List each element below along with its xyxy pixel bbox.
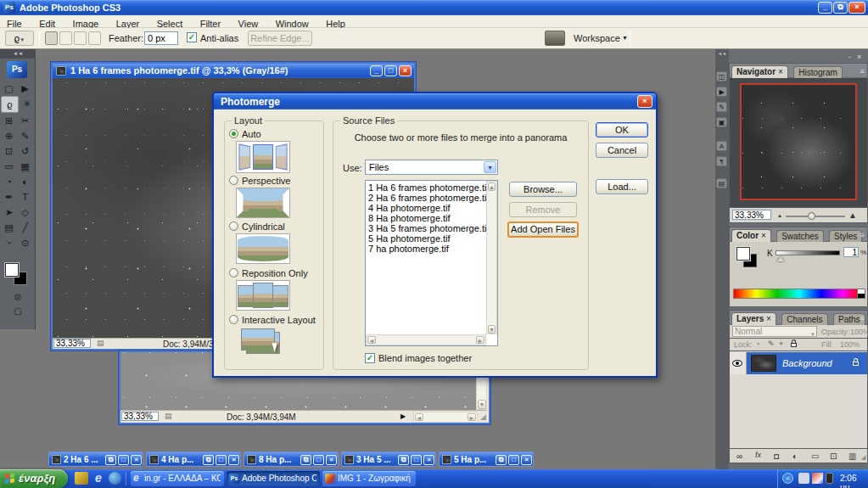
- workspace-dropdown-icon[interactable]: ▼: [622, 35, 628, 41]
- layer-row-background[interactable]: Background: [730, 352, 867, 374]
- mini-close-button[interactable]: ×: [423, 455, 434, 465]
- restore-button[interactable]: ⧉: [833, 2, 848, 14]
- layout-perspective-radio[interactable]: [229, 176, 238, 185]
- ok-button[interactable]: OK: [596, 122, 648, 137]
- blend-images-checkbox[interactable]: ✓: [365, 353, 375, 363]
- minimize-button[interactable]: _: [818, 2, 832, 14]
- info-panel-icon[interactable]: ▤: [716, 178, 727, 188]
- close-button[interactable]: ×: [848, 2, 865, 14]
- layout-reposition-radio[interactable]: [229, 268, 238, 278]
- gradient-tool[interactable]: ▦: [17, 159, 33, 174]
- layout-auto-label[interactable]: Auto: [242, 129, 261, 139]
- layout-cylindrical-label[interactable]: Cylindrical: [242, 222, 285, 232]
- tab-color[interactable]: Color ×: [731, 229, 771, 243]
- dialog-titlebar[interactable]: Photomerge ×: [214, 93, 656, 109]
- tab-styles[interactable]: Styles: [829, 230, 862, 243]
- eyedropper-tool[interactable]: ╱: [17, 220, 33, 235]
- navigator-zoom-input[interactable]: [732, 210, 771, 220]
- layout-interactive-label[interactable]: Interactive Layout: [242, 315, 316, 325]
- character-panel-icon[interactable]: A: [716, 141, 727, 151]
- hand-tool[interactable]: ☞: [1, 235, 17, 250]
- k-value-input[interactable]: [843, 247, 859, 257]
- tray-clock[interactable]: 2:06 μμ: [840, 474, 868, 488]
- minimized-window-2[interactable]: 4 Ha p... ⧉ □ ×: [146, 452, 241, 467]
- files-scroll-left-icon[interactable]: ◄: [367, 336, 376, 344]
- doc1-close-button[interactable]: ×: [399, 65, 412, 76]
- file-item[interactable]: 4 Ha photomerge.tif: [366, 203, 497, 213]
- eye-icon[interactable]: [732, 360, 742, 367]
- file-item[interactable]: 8 Ha photomerge.tif: [366, 213, 497, 223]
- mini-close-button[interactable]: ×: [228, 455, 239, 465]
- file-item[interactable]: 7 ha photomerge.tif: [366, 244, 497, 254]
- eraser-tool[interactable]: ▭: [1, 159, 17, 174]
- layer-group-icon[interactable]: ▭: [811, 452, 819, 461]
- mini-restore-button[interactable]: ⧉: [300, 455, 311, 465]
- doc2-resize-grip[interactable]: ◢: [480, 412, 486, 421]
- doc2-doc-info[interactable]: Doc: 3,94M/3,94M: [227, 412, 296, 422]
- lock-transparency-icon[interactable]: ▫: [757, 339, 759, 348]
- layer-comps-panel-icon[interactable]: ▣: [716, 117, 727, 127]
- bridge-icon[interactable]: [545, 31, 565, 46]
- dodge-tool[interactable]: ◐: [17, 174, 33, 189]
- minimized-window-4[interactable]: 3 Ha 5 ... ⧉ □ ×: [341, 452, 436, 467]
- healing-brush-tool[interactable]: ⊕: [1, 128, 17, 143]
- dialog-close-button[interactable]: ×: [637, 95, 652, 108]
- new-layer-icon[interactable]: ⊡: [830, 452, 837, 461]
- antialias-checkbox[interactable]: ✓: [187, 32, 197, 42]
- actions-panel-icon[interactable]: ▶: [716, 87, 727, 97]
- tool-preset-picker[interactable]: ϱ▼: [5, 31, 34, 46]
- path-selection-tool[interactable]: ➤: [1, 205, 17, 220]
- lock-position-icon[interactable]: +: [779, 339, 783, 348]
- tray-chevron-icon[interactable]: <: [782, 473, 793, 484]
- rectangular-marquee-tool[interactable]: ▢: [1, 81, 17, 96]
- add-open-files-button[interactable]: Add Open Files: [507, 222, 579, 238]
- brush-tool[interactable]: ✎: [17, 128, 33, 143]
- clone-stamp-tool[interactable]: ⊡: [1, 143, 17, 159]
- zoom-tool[interactable]: ⊙: [17, 235, 33, 250]
- quick-mask-button[interactable]: ◎: [10, 290, 25, 303]
- mini-restore-button[interactable]: ⧉: [398, 455, 409, 465]
- doc1-titlebar[interactable]: 1 Ha 6 frames photomerge.tif @ 33,3% (Gr…: [53, 64, 414, 78]
- fill-value[interactable]: 100%: [840, 340, 860, 349]
- load-button[interactable]: Load...: [596, 179, 648, 194]
- file-item[interactable]: 5 Ha photomerge.tif: [366, 233, 497, 244]
- mini-restore-button[interactable]: ⧉: [105, 455, 116, 465]
- shape-tool[interactable]: ◇: [17, 205, 33, 220]
- selection-mode-new-button[interactable]: [45, 31, 58, 45]
- minimized-window-3[interactable]: 8 Ha p... ⧉ □ ×: [244, 452, 339, 467]
- link-layers-icon[interactable]: ∞: [736, 452, 742, 461]
- tray-icon-1[interactable]: [798, 473, 809, 484]
- k-slider-track[interactable]: [776, 250, 840, 255]
- files-scroll-up-icon[interactable]: ▲: [488, 182, 496, 191]
- mini-close-button[interactable]: ×: [521, 455, 532, 465]
- use-combobox[interactable]: Files ▼: [365, 160, 498, 175]
- blend-mode-dropdown[interactable]: Normal▼: [732, 326, 817, 337]
- tab-channels[interactable]: Channels: [781, 313, 827, 326]
- delete-layer-icon[interactable]: ▥: [848, 452, 856, 461]
- tray-icon-2[interactable]: [812, 473, 823, 484]
- selection-mode-subtract-button[interactable]: [74, 31, 87, 45]
- magic-wand-tool[interactable]: ✳: [19, 96, 35, 111]
- type-tool[interactable]: T: [17, 189, 33, 205]
- source-files-listbox[interactable]: 1 Ha 6 frames photomerge.tif 2 Ha 6 fram…: [365, 180, 498, 346]
- color-ramp[interactable]: [733, 289, 865, 299]
- layout-interactive-radio[interactable]: [229, 315, 238, 324]
- tab-histogram[interactable]: Histogram: [793, 66, 843, 79]
- minimized-window-5[interactable]: 5 Ha p... ⧉ □ ×: [439, 452, 534, 467]
- layer-mask-icon[interactable]: ◘: [774, 452, 779, 461]
- panel-resize-grip[interactable]: ◢: [861, 454, 865, 461]
- opacity-value[interactable]: 100%: [850, 328, 868, 336]
- layout-reposition-label[interactable]: Reposition Only: [242, 268, 308, 278]
- doc1-zoom-input[interactable]: [53, 339, 91, 348]
- color-panel-menu-icon[interactable]: ≡: [860, 232, 865, 239]
- quick-launch-icon-1[interactable]: [75, 472, 88, 485]
- navigator-panel-menu-icon[interactable]: ≡: [860, 68, 865, 76]
- history-panel-icon[interactable]: ◫: [716, 71, 727, 81]
- start-button[interactable]: έναρξη: [0, 469, 68, 488]
- blur-tool[interactable]: ◔: [1, 174, 17, 189]
- files-scroll-down-icon[interactable]: ▼: [488, 325, 496, 334]
- doc2-scroll-right-icon[interactable]: ►: [468, 413, 476, 421]
- color-foreground-swatch[interactable]: [736, 247, 750, 261]
- navigator-zoom-slider-track[interactable]: [786, 216, 845, 217]
- mini-restore-button[interactable]: ⧉: [496, 455, 507, 465]
